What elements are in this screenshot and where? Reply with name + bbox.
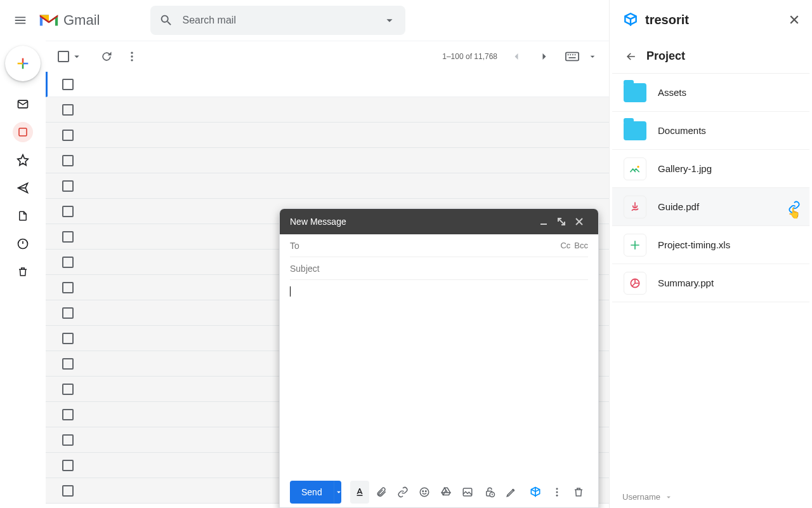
category-nav[interactable] bbox=[13, 122, 33, 142]
row-checkbox[interactable] bbox=[62, 282, 74, 293]
folder-icon bbox=[624, 121, 646, 140]
tresorit-attach-button[interactable] bbox=[526, 481, 545, 504]
file-item[interactable]: Summary.ppt bbox=[612, 264, 809, 302]
image-icon bbox=[462, 486, 473, 498]
row-checkbox[interactable] bbox=[62, 333, 74, 344]
svg-point-14 bbox=[131, 52, 133, 54]
row-checkbox[interactable] bbox=[62, 130, 74, 141]
emoji-icon bbox=[419, 486, 430, 498]
file-item[interactable]: Guide.pdf 👆 bbox=[612, 188, 809, 226]
tresorit-icon bbox=[529, 486, 542, 498]
select-all-checkbox[interactable] bbox=[57, 50, 70, 63]
subject-field[interactable]: Subject bbox=[290, 257, 588, 280]
search-bar[interactable] bbox=[150, 6, 405, 35]
folder-item[interactable]: Assets bbox=[612, 74, 809, 112]
formatting-button[interactable] bbox=[350, 481, 369, 504]
mail-row[interactable] bbox=[46, 148, 609, 173]
compose-header[interactable]: New Message bbox=[280, 209, 598, 234]
trash-nav[interactable] bbox=[13, 262, 33, 282]
emoji-button[interactable] bbox=[415, 481, 434, 504]
svg-point-26 bbox=[426, 491, 427, 492]
file-name: Documents bbox=[658, 125, 706, 136]
panel-footer[interactable]: Username bbox=[622, 492, 673, 502]
row-checkbox[interactable] bbox=[62, 434, 74, 446]
close-compose-button[interactable] bbox=[570, 213, 588, 231]
send-options[interactable] bbox=[334, 481, 341, 504]
insert-photo-button[interactable] bbox=[458, 481, 477, 504]
svg-point-25 bbox=[422, 491, 424, 492]
folder-item[interactable]: Documents bbox=[612, 112, 809, 150]
inbox-nav[interactable] bbox=[13, 94, 33, 114]
cc-link[interactable]: Cc bbox=[560, 241, 570, 250]
panel-close-button[interactable] bbox=[789, 15, 799, 25]
svg-rect-17 bbox=[566, 53, 579, 61]
file-name: Gallery-1.jpg bbox=[658, 163, 712, 174]
gmail-logo[interactable]: Gmail bbox=[38, 12, 100, 29]
chevron-down-icon[interactable] bbox=[587, 51, 598, 62]
main-menu-button[interactable] bbox=[5, 5, 36, 36]
starred-nav[interactable] bbox=[13, 150, 33, 170]
svg-point-32 bbox=[556, 495, 558, 497]
discard-button[interactable] bbox=[569, 481, 588, 504]
input-tools-button[interactable] bbox=[560, 44, 585, 69]
confidential-button[interactable] bbox=[480, 481, 499, 504]
select-dropdown-icon[interactable] bbox=[71, 51, 82, 62]
minimize-icon bbox=[539, 217, 548, 226]
pager-text: 1–100 of 11,768 bbox=[442, 52, 497, 61]
search-icon bbox=[159, 13, 173, 27]
file-item[interactable]: Project-timing.xls bbox=[612, 226, 809, 264]
row-checkbox[interactable] bbox=[62, 358, 74, 370]
row-checkbox[interactable] bbox=[62, 307, 74, 319]
sent-nav[interactable] bbox=[13, 178, 33, 198]
minimize-button[interactable] bbox=[535, 213, 553, 231]
to-field[interactable]: To Cc Bcc bbox=[290, 234, 588, 257]
mail-row[interactable] bbox=[46, 123, 609, 148]
row-checkbox[interactable] bbox=[62, 485, 74, 497]
link-icon bbox=[397, 486, 409, 498]
chevron-right-icon bbox=[538, 50, 551, 63]
hamburger-icon bbox=[13, 13, 27, 27]
more-button[interactable] bbox=[119, 44, 145, 69]
compose-body[interactable] bbox=[280, 280, 598, 477]
compose-toolbar: Send bbox=[280, 477, 598, 507]
panel-brand: tresorit bbox=[645, 13, 689, 27]
row-checkbox[interactable] bbox=[62, 409, 74, 420]
svg-point-16 bbox=[131, 59, 133, 61]
search-input[interactable] bbox=[182, 15, 383, 26]
mail-row[interactable] bbox=[46, 72, 609, 97]
scheduled-nav[interactable] bbox=[13, 234, 33, 254]
compose-button[interactable] bbox=[5, 46, 41, 81]
svg-rect-23 bbox=[540, 224, 547, 225]
row-checkbox[interactable] bbox=[62, 460, 74, 471]
attach-button[interactable] bbox=[372, 481, 391, 504]
expand-icon bbox=[557, 217, 566, 226]
row-checkbox[interactable] bbox=[62, 79, 74, 90]
next-page-button[interactable] bbox=[532, 44, 557, 69]
row-checkbox[interactable] bbox=[62, 257, 74, 268]
insert-link-button[interactable] bbox=[393, 481, 412, 504]
send-button[interactable]: Send bbox=[290, 481, 341, 504]
row-checkbox[interactable] bbox=[62, 155, 74, 166]
back-icon[interactable] bbox=[625, 50, 638, 63]
search-options-icon[interactable] bbox=[383, 13, 396, 27]
prev-page-button[interactable] bbox=[504, 44, 529, 69]
fullscreen-button[interactable] bbox=[553, 213, 570, 231]
row-checkbox[interactable] bbox=[62, 206, 74, 217]
row-checkbox[interactable] bbox=[62, 104, 74, 116]
row-checkbox[interactable] bbox=[62, 231, 74, 243]
mail-row[interactable] bbox=[46, 97, 609, 123]
svg-rect-19 bbox=[570, 54, 571, 55]
drafts-nav[interactable] bbox=[13, 206, 33, 226]
compose-more-button[interactable] bbox=[547, 481, 566, 504]
file-item[interactable]: Gallery-1.jpg bbox=[612, 150, 809, 188]
row-checkbox[interactable] bbox=[62, 384, 74, 395]
bcc-link[interactable]: Bcc bbox=[574, 241, 588, 250]
send-label: Send bbox=[290, 487, 334, 497]
signature-button[interactable] bbox=[502, 481, 521, 504]
close-icon bbox=[789, 15, 799, 25]
row-checkbox[interactable] bbox=[62, 180, 74, 192]
mail-row[interactable] bbox=[46, 173, 609, 199]
more-vert-icon bbox=[126, 50, 138, 63]
drive-button[interactable] bbox=[436, 481, 455, 504]
refresh-button[interactable] bbox=[94, 44, 119, 69]
